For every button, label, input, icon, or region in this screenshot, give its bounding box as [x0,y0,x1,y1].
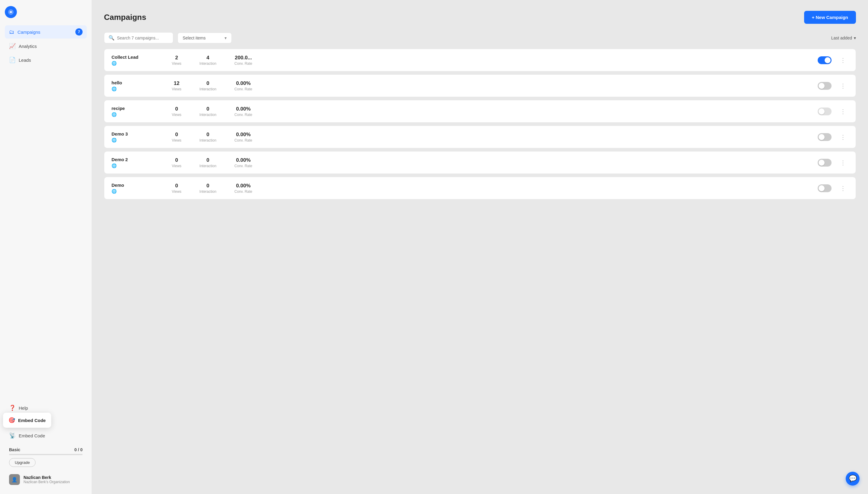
embed-code-tooltip[interactable]: 🎯 Embed Code [3,413,51,428]
stat-views: 0 Views [172,157,181,168]
sidebar-item-campaigns[interactable]: 🗂 Campaigns 7 [5,25,87,39]
sort-dropdown[interactable]: Last added ▾ [831,36,856,40]
plan-usage: 0 / 0 [74,447,82,452]
campaign-more-button[interactable]: ⋮ [837,81,848,91]
sidebar-item-analytics-label: Analytics [19,44,37,49]
filters-row: 🔍 Select items ▾ Last added ▾ [104,32,856,43]
campaign-name: Demo 3 [112,131,166,136]
sidebar-item-campaigns-label: Campaigns [17,30,40,35]
sidebar-item-embed-label: Embed Code [19,433,45,438]
stat-views-label: Views [172,87,181,91]
campaign-info: recipe 🌐 [112,106,166,117]
stat-conv-rate-value: 0.00% [236,157,251,163]
sidebar-item-help-label: Help [19,405,28,411]
stat-conv-rate: 0.00% Conv. Rate [235,183,252,194]
stat-conv-rate: 0.00% Conv. Rate [235,132,252,142]
campaign-more-button[interactable]: ⋮ [837,158,848,168]
campaign-name: hello [112,80,166,85]
stat-views-value: 0 [175,157,178,163]
stat-views-value: 0 [175,183,178,189]
chevron-down-icon: ▾ [224,36,227,40]
campaign-card: recipe 🌐 0 Views 0 Interaction 0.00% Con… [104,100,856,122]
stat-interaction-label: Interaction [200,87,216,91]
search-input[interactable] [117,36,169,40]
campaign-card: Collect Lead 🌐 2 Views 4 Interaction 200… [104,49,856,71]
stat-interaction: 0 Interaction [200,132,216,142]
stat-interaction-value: 4 [206,55,209,61]
avatar: 👤 [9,474,20,485]
sort-label-text: Last added [831,36,852,40]
user-org: Nazlican Berk's Organization [23,480,70,484]
stat-interaction-label: Interaction [200,189,216,194]
stat-views: 0 Views [172,106,181,117]
user-name: Nazlican Berk [23,475,70,480]
campaign-globe-icon: 🌐 [112,61,166,66]
campaign-toggle [818,108,832,115]
sidebar: 🗂 Campaigns 7 📈 Analytics 📄 Leads 🎯 Embe… [0,0,92,494]
embed-tooltip-label: Embed Code [18,418,46,423]
plan-name: Basic [9,447,20,452]
file-icon: 📄 [9,57,16,63]
campaign-info: Demo 2 🌐 [112,157,166,168]
campaign-more-button[interactable]: ⋮ [837,55,848,65]
sidebar-item-embed-code[interactable]: 📡 Embed Code [5,429,87,442]
campaign-more-button[interactable]: ⋮ [837,107,848,116]
campaign-card: Demo 3 🌐 0 Views 0 Interaction 0.00% Con… [104,126,856,148]
campaign-toggle[interactable] [818,56,832,64]
stat-interaction-value: 0 [206,157,209,163]
search-box[interactable]: 🔍 [104,32,173,43]
app-logo[interactable] [5,6,17,18]
campaign-name: Collect Lead [112,55,166,60]
sidebar-item-leads[interactable]: 📄 Leads [5,54,87,66]
chat-bubble-button[interactable]: 💬 [846,472,860,486]
stat-conv-rate-label: Conv. Rate [235,164,252,168]
stat-conv-rate: 0.00% Conv. Rate [235,157,252,168]
stat-interaction-label: Interaction [200,113,216,117]
sidebar-item-leads-label: Leads [19,58,31,63]
stat-views: 0 Views [172,183,181,194]
stat-conv-rate-value: 0.00% [236,80,251,87]
main-header: Campaigns + New Campaign [104,11,856,24]
campaign-stats: 0 Views 0 Interaction 0.00% Conv. Rate [172,106,812,117]
stat-conv-rate-label: Conv. Rate [235,189,252,194]
campaign-stats: 0 Views 0 Interaction 0.00% Conv. Rate [172,183,812,194]
stat-conv-rate-value: 0.00% [236,183,251,189]
campaign-more-button[interactable]: ⋮ [837,184,848,193]
stat-interaction: 0 Interaction [200,106,216,117]
sidebar-item-help[interactable]: ❓ Help [5,401,87,414]
plan-section: Basic 0 / 0 Upgrade [5,444,87,470]
campaign-toggle[interactable] [818,82,832,90]
campaign-more-button[interactable]: ⋮ [837,132,848,142]
campaign-list: Collect Lead 🌐 2 Views 4 Interaction 200… [104,49,856,200]
stat-conv-rate: 0.00% Conv. Rate [235,80,252,91]
upgrade-button[interactable]: Upgrade [9,458,36,467]
sort-chevron-icon: ▾ [854,36,856,40]
stat-interaction-label: Interaction [200,138,216,142]
campaign-toggle[interactable] [818,184,832,192]
select-items-dropdown[interactable]: Select items ▾ [178,33,232,43]
campaign-globe-icon: 🌐 [112,112,166,117]
chat-icon: 💬 [849,475,857,482]
stat-interaction-value: 0 [206,132,209,138]
campaign-toggle[interactable] [818,133,832,141]
stat-views-label: Views [172,138,181,142]
sidebar-item-analytics[interactable]: 📈 Analytics [5,40,87,52]
stat-views-value: 2 [175,55,178,61]
main-content: Campaigns + New Campaign 🔍 Select items … [92,0,868,494]
campaign-toggle[interactable] [818,159,832,167]
campaign-card: hello 🌐 12 Views 0 Interaction 0.00% Con… [104,74,856,97]
plan-progress-bar [9,454,82,455]
help-icon: ❓ [9,404,16,411]
stat-views: 2 Views [172,55,181,66]
sidebar-nav: 🗂 Campaigns 7 📈 Analytics 📄 Leads [5,25,87,401]
campaign-stats: 12 Views 0 Interaction 0.00% Conv. Rate [172,80,812,91]
new-campaign-button[interactable]: + New Campaign [804,11,856,24]
stat-interaction-value: 0 [206,106,209,112]
stat-views-label: Views [172,113,181,117]
stat-conv-rate-label: Conv. Rate [235,113,252,117]
stat-conv-rate-label: Conv. Rate [235,138,252,142]
campaign-stats: 0 Views 0 Interaction 0.00% Conv. Rate [172,157,812,168]
user-info: Nazlican Berk Nazlican Berk's Organizati… [23,475,70,484]
campaign-card: Demo 2 🌐 0 Views 0 Interaction 0.00% Con… [104,151,856,174]
stat-views-label: Views [172,189,181,194]
